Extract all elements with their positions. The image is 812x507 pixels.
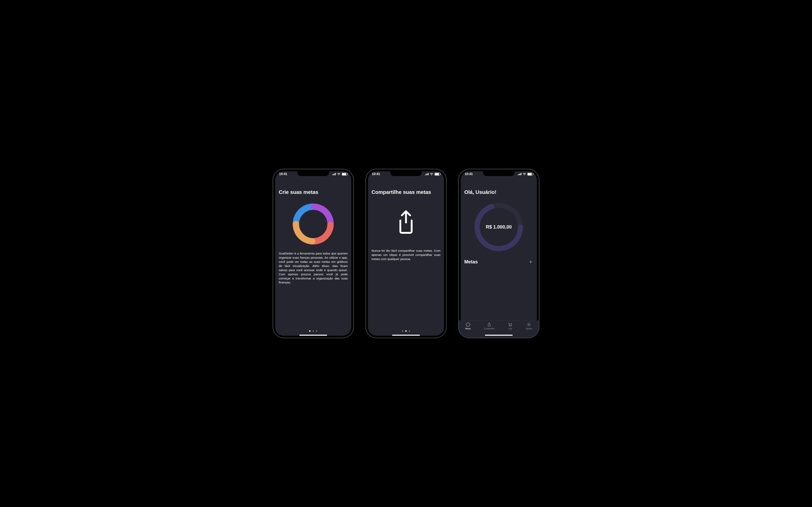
page-description: Nunca foi tão fácil compartilhar suas me… [371, 249, 441, 261]
tab-ajustes[interactable]: Ajustes [526, 322, 532, 330]
tab-compartilhe[interactable]: Compartilhe [484, 322, 495, 330]
status-right [332, 173, 347, 176]
status-time: 10:41 [279, 172, 287, 176]
section-title: Metas [464, 259, 478, 265]
wifi-icon [522, 173, 526, 175]
dot-1[interactable] [309, 330, 311, 332]
tab-label: Compartilhe [484, 328, 495, 330]
onboarding-page-1: Crie suas metas GoalSetter é a ferrament… [273, 169, 353, 338]
tab-loja[interactable]: Loja [508, 322, 512, 330]
tab-metas[interactable]: Metas [465, 322, 471, 330]
dot-1[interactable] [402, 330, 403, 332]
cellular-icon [518, 173, 521, 175]
cellular-icon [425, 173, 428, 175]
donut-chart [291, 201, 336, 247]
dot-3[interactable] [409, 330, 410, 332]
tab-label: Metas [465, 328, 471, 330]
total-amount: R$ 1.000,00 [486, 224, 512, 230]
goals-icon [466, 322, 470, 327]
section-header-row: Metas ＋ [464, 258, 533, 265]
svg-point-6 [466, 323, 470, 326]
add-goal-button[interactable]: ＋ [528, 258, 533, 265]
page-dots[interactable] [309, 330, 317, 332]
share-icon [487, 322, 492, 327]
page-title: Crie suas metas [279, 189, 348, 195]
share-icon [395, 209, 417, 235]
greeting: Olá, Usuário! [464, 189, 533, 195]
battery-icon [342, 173, 347, 176]
notch [483, 169, 515, 176]
phone-frame-3: 10:41 Olá, Usuário! R$ 1.000,00 Metas ＋ [458, 169, 539, 338]
share-illustration-wrap [371, 209, 441, 235]
dot-3[interactable] [316, 330, 317, 332]
cellular-icon [332, 173, 336, 175]
progress-ring-wrap: R$ 1.000,00 [464, 201, 533, 253]
dot-2[interactable] [405, 330, 407, 332]
status-time: 10:41 [465, 172, 473, 176]
phone-row: 10:41 Crie suas metas GoalSetter é a fer… [269, 165, 543, 342]
page-dots[interactable] [402, 330, 410, 332]
cart-icon [508, 322, 512, 327]
wifi-icon [337, 173, 341, 175]
home-screen: Olá, Usuário! R$ 1.000,00 Metas ＋ [459, 169, 539, 338]
home-indicator[interactable] [485, 335, 513, 336]
battery-icon [527, 173, 533, 176]
tab-label: Loja [508, 328, 512, 330]
notch [390, 169, 422, 176]
tab-label: Ajustes [526, 328, 532, 330]
svg-point-7 [528, 324, 529, 325]
status-time: 10:41 [372, 172, 380, 176]
dot-2[interactable] [313, 330, 314, 332]
phone-frame-2: 10:41 Compartilhe suas metas Nunca foi t… [365, 169, 447, 338]
gear-icon [526, 322, 531, 327]
onboarding-page-2: Compartilhe suas metas Nunca foi tão fác… [366, 169, 446, 338]
page-description: GoalSetter é a ferramenta para todos que… [279, 251, 348, 285]
donut-chart-wrap [279, 201, 348, 247]
notch [297, 169, 329, 176]
home-indicator[interactable] [299, 335, 327, 336]
battery-icon [435, 173, 440, 176]
status-right [425, 173, 440, 176]
status-right [518, 173, 533, 176]
wifi-icon [430, 173, 434, 175]
phone-frame-1: 10:41 Crie suas metas GoalSetter é a fer… [273, 169, 354, 338]
page-title: Compartilhe suas metas [371, 189, 441, 195]
home-indicator[interactable] [392, 335, 420, 336]
